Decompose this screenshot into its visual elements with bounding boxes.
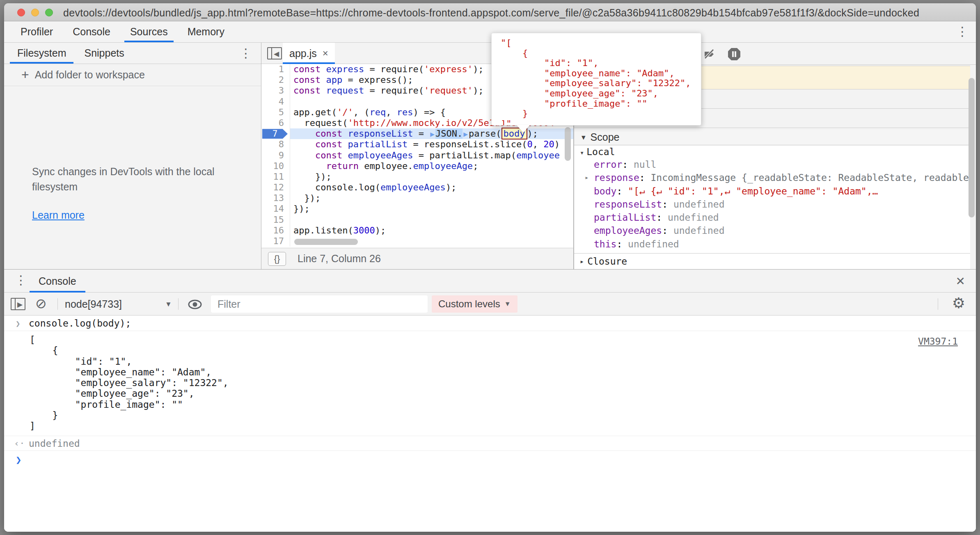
code-line-text[interactable]: [290, 215, 293, 225]
execution-context-selector[interactable]: node[94733]: [65, 293, 122, 316]
scope-variable-response[interactable]: ▸response: IncomingMessage {_readableSta…: [574, 171, 970, 184]
code-line-text[interactable]: app.listen(3000);: [290, 225, 386, 236]
code-line-text[interactable]: [290, 236, 293, 247]
scope-variable-employeeAges[interactable]: employeeAges: undefined: [574, 224, 970, 237]
code-line-9[interactable]: 9 const employeeAges = partialList.map(e…: [261, 150, 573, 161]
tab-profiler[interactable]: Profiler: [11, 21, 63, 42]
hide-navigator-icon[interactable]: ◀: [267, 47, 282, 59]
code-line-12[interactable]: 12 console.log(employeeAges);: [261, 182, 573, 193]
scope-variable-responseList[interactable]: responseList: undefined: [574, 198, 970, 211]
drawer-kebab-icon[interactable]: ⋮: [15, 274, 27, 286]
file-tab-appjs[interactable]: app.js ×: [283, 43, 335, 64]
code-line-text[interactable]: });: [290, 203, 310, 214]
scope-variable-body[interactable]: body: "[↵ {↵ "id": "1",↵ "employee_name"…: [574, 185, 970, 198]
console-source-link[interactable]: VM397:1: [918, 336, 958, 347]
code-line-text[interactable]: return employee.employeeAge;: [290, 161, 478, 171]
gutter-line-4[interactable]: 4: [261, 96, 290, 107]
code-token: express: [326, 64, 364, 74]
gutter-line-15[interactable]: 15: [261, 215, 290, 225]
gutter-line-8[interactable]: 8: [261, 139, 290, 150]
console-command-row[interactable]: ❯ console.log(body);: [4, 316, 976, 331]
learn-more-link[interactable]: Learn more: [32, 209, 85, 221]
code-line-8[interactable]: 8 const partialList = responseList.slice…: [261, 139, 573, 150]
console-output-text: [ { "id": "1", "employee_name": "Adam", …: [30, 334, 976, 432]
code-line-text[interactable]: });: [290, 171, 332, 182]
expand-icon[interactable]: ▸: [585, 171, 589, 184]
tab-console[interactable]: Console: [30, 270, 85, 293]
debugger-scrollbar[interactable]: [969, 78, 975, 217]
code-token: });: [293, 193, 321, 203]
scope-local-group[interactable]: ▾Local: [574, 146, 970, 158]
show-console-sidebar-icon[interactable]: ▶: [11, 298, 25, 310]
code-line-text[interactable]: [290, 96, 293, 107]
clear-console-icon[interactable]: ⊘: [35, 295, 47, 311]
code-token: [293, 161, 326, 171]
pretty-print-button[interactable]: {}: [268, 252, 286, 266]
code-token: const: [293, 85, 321, 96]
pause-on-exceptions-icon[interactable]: [727, 47, 742, 62]
tab-sources[interactable]: Sources: [120, 21, 178, 42]
console-settings-gear-icon[interactable]: ⚙: [952, 295, 965, 312]
close-window-button[interactable]: [17, 9, 25, 16]
breakpoint-marker[interactable]: 7: [262, 129, 288, 139]
code-line-10[interactable]: 10 return employee.employeeAge;: [261, 161, 573, 171]
scope-variable-this[interactable]: this: undefined: [574, 238, 970, 251]
tab-console[interactable]: Console: [63, 21, 120, 42]
main-menu-kebab-icon[interactable]: ⋮: [956, 25, 969, 38]
console-prompt[interactable]: ❯: [4, 451, 976, 467]
horizontal-scrollbar[interactable]: [294, 239, 358, 245]
add-folder-button[interactable]: + Add folder to workspace: [4, 64, 261, 86]
close-drawer-icon[interactable]: ✕: [956, 274, 965, 288]
gutter-line-16[interactable]: 16: [261, 225, 290, 236]
console-result-text: undefined: [29, 438, 80, 449]
code-line-13[interactable]: 13 });: [261, 193, 573, 203]
code-line-text[interactable]: const express = require('express');: [290, 64, 484, 75]
tab-memory[interactable]: Memory: [178, 21, 234, 42]
code-token: const: [315, 150, 342, 160]
sidebar-tab-snippets[interactable]: Snippets: [75, 43, 133, 64]
navigator-kebab-icon[interactable]: ⋮: [240, 47, 252, 59]
code-line-16[interactable]: 16app.listen(3000);: [261, 225, 573, 236]
scope-section-header[interactable]: ▾ Scope: [574, 130, 970, 145]
scope-variable-partialList[interactable]: partialList: undefined: [574, 211, 970, 224]
variable-name: body: [594, 186, 616, 197]
editor-vertical-scrollbar[interactable]: [565, 127, 571, 161]
gutter-line-13[interactable]: 13: [261, 193, 290, 203]
deactivate-breakpoints-icon[interactable]: [702, 47, 717, 62]
code-line-text[interactable]: const partialList = responseList.slice(0…: [290, 139, 560, 150]
zoom-window-button[interactable]: [45, 9, 53, 16]
code-line-text[interactable]: });: [290, 193, 321, 203]
code-line-15[interactable]: 15: [261, 215, 573, 225]
gutter-line-5[interactable]: 5: [261, 107, 290, 118]
tab-close-icon[interactable]: ×: [323, 48, 328, 59]
gutter-line-12[interactable]: 12: [261, 182, 290, 193]
code-line-text[interactable]: const responseList = ▶JSON.▶parse(body);: [290, 128, 573, 139]
context-caret-icon[interactable]: ▼: [165, 300, 172, 309]
code-line-11[interactable]: 11 });: [261, 171, 573, 182]
gutter-line-11[interactable]: 11: [261, 171, 290, 182]
gutter-line-10[interactable]: 10: [261, 161, 290, 171]
live-expression-eye-icon[interactable]: [187, 298, 203, 311]
gutter-line-1[interactable]: 1: [261, 64, 290, 75]
sidebar-tab-filesystem[interactable]: Filesystem: [8, 43, 75, 64]
gutter-line-14[interactable]: 14: [261, 203, 290, 214]
code-line-14[interactable]: 14});: [261, 203, 573, 214]
gutter-line-6[interactable]: 6: [261, 118, 290, 128]
gutter-line-9[interactable]: 9: [261, 150, 290, 161]
gutter-line-7[interactable]: 7: [261, 128, 290, 139]
code-line-text[interactable]: const request = require('request');: [290, 85, 484, 96]
scope-variable-error[interactable]: error: null: [574, 158, 970, 171]
code-line-text[interactable]: const app = express();: [290, 75, 413, 85]
console-filter-input[interactable]: [211, 295, 428, 313]
variable-value: undefined: [628, 239, 679, 249]
code-line-text[interactable]: app.get('/', (req, res) => {: [290, 107, 446, 118]
custom-levels-badge[interactable]: Custom levels ▼: [432, 295, 517, 313]
code-token: 'request': [424, 85, 473, 96]
scope-closure-group[interactable]: ▸ Closure: [574, 253, 970, 269]
minimize-window-button[interactable]: [31, 9, 39, 16]
gutter-line-3[interactable]: 3: [261, 85, 290, 96]
code-line-text[interactable]: const employeeAges = partialList.map(emp…: [290, 150, 560, 161]
gutter-line-17[interactable]: 17: [261, 236, 290, 247]
code-line-text[interactable]: console.log(employeeAges);: [290, 182, 456, 193]
gutter-line-2[interactable]: 2: [261, 75, 290, 85]
